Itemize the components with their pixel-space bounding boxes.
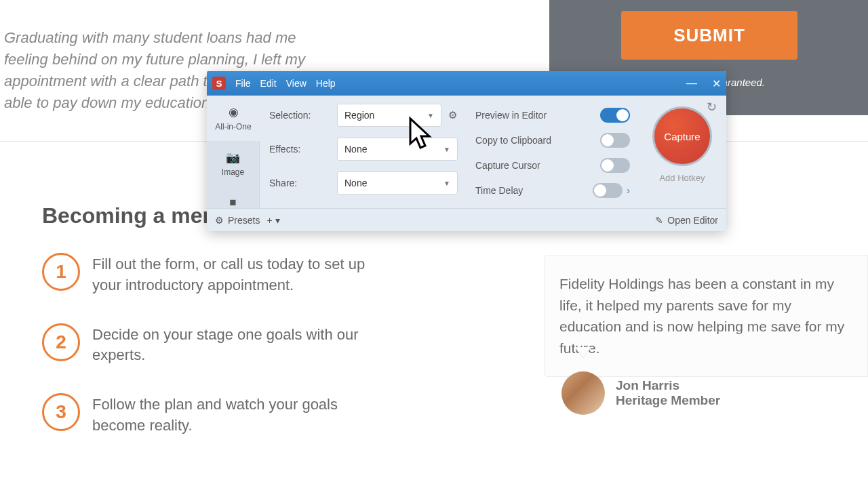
toggle-label: Capture Cursor xyxy=(475,160,540,171)
mode-image[interactable]: 📷 Image xyxy=(207,141,260,186)
gear-icon[interactable]: ⚙ xyxy=(448,109,463,121)
capture-button[interactable]: Capture xyxy=(652,106,712,166)
effects-label: Effects: xyxy=(269,144,330,155)
presets-button[interactable]: ⚙ Presets xyxy=(215,215,260,226)
toggle-label: Copy to Clipboard xyxy=(475,135,551,146)
toggle-time-delay: Time Delay › xyxy=(475,178,638,203)
snagit-window: S File Edit View Help — ✕ ◉ All-in-One 📷… xyxy=(207,71,726,231)
step-item: 1 Fill out the form, or call us today to… xyxy=(42,253,395,296)
toggle-preview-editor: Preview in Editor xyxy=(475,102,638,127)
toggle-label: Time Delay xyxy=(475,185,523,196)
submit-button[interactable]: SUBMIT xyxy=(621,11,797,60)
toggle-switch[interactable] xyxy=(600,133,630,148)
step-number-3: 3 xyxy=(42,393,80,431)
step-number-2: 2 xyxy=(42,323,80,361)
selection-label: Selection: xyxy=(269,110,330,121)
video-icon: ■ xyxy=(229,196,236,209)
dropdown-value: None xyxy=(344,178,367,188)
mode-label: Image xyxy=(222,167,244,177)
chevron-down-icon: ▼ xyxy=(427,112,434,119)
author-name: Jon Harris xyxy=(616,378,720,393)
chevron-down-icon: ▼ xyxy=(443,146,450,153)
share-label: Share: xyxy=(269,178,330,188)
section-heading: Becoming a mem xyxy=(42,203,222,228)
effects-dropdown[interactable]: None ▼ xyxy=(337,138,458,161)
open-editor-button[interactable]: ✎ Open Editor xyxy=(655,215,718,226)
dropdown-value: None xyxy=(344,144,367,155)
target-icon: ◉ xyxy=(229,105,239,119)
gear-icon: ⚙ xyxy=(215,215,224,226)
menu-view[interactable]: View xyxy=(286,78,307,89)
dropdown-value: Region xyxy=(344,110,374,121)
close-icon[interactable]: ✕ xyxy=(712,77,721,90)
mode-all-in-one[interactable]: ◉ All-in-One xyxy=(207,96,260,141)
selection-row: Selection: Region ▼ ⚙ xyxy=(269,104,463,127)
mode-label: All-in-One xyxy=(215,122,251,131)
refresh-icon[interactable]: ↻ xyxy=(707,100,717,115)
toggle-label: Preview in Editor xyxy=(475,110,547,121)
toggle-switch[interactable] xyxy=(593,183,623,198)
step-item: 3 Follow the plan and watch your goals b… xyxy=(42,393,395,436)
menu-help[interactable]: Help xyxy=(316,78,336,89)
testimonial-card: Fidelity Holdings has been a constant in… xyxy=(544,255,868,377)
step-text: Follow the plan and watch your goals bec… xyxy=(92,393,395,436)
open-editor-label: Open Editor xyxy=(667,215,718,226)
guaranteed-text: aranteed. xyxy=(722,77,765,88)
effects-row: Effects: None ▼ xyxy=(269,138,463,161)
testimonial-author: Jon Harris Heritage Member xyxy=(561,371,720,415)
share-dropdown[interactable]: None ▼ xyxy=(337,171,458,195)
step-item: 2 Decide on your stage one goals with ou… xyxy=(42,323,395,367)
author-role: Heritage Member xyxy=(616,393,720,408)
toggle-capture-cursor: Capture Cursor xyxy=(475,152,638,178)
speech-bubble-pointer xyxy=(575,348,591,359)
chevron-down-icon: ▼ xyxy=(443,180,450,187)
menu-file[interactable]: File xyxy=(235,78,251,89)
testimonial-quote: Fidelity Holdings has been a constant in… xyxy=(559,273,851,359)
selection-dropdown[interactable]: Region ▼ xyxy=(337,104,441,127)
footer-bar: ⚙ Presets + ▾ ✎ Open Editor xyxy=(207,208,726,231)
titlebar[interactable]: S File Edit View Help — ✕ xyxy=(207,71,726,96)
share-row: Share: None ▼ xyxy=(269,171,463,195)
app-icon: S xyxy=(212,77,226,90)
step-number-1: 1 xyxy=(42,253,80,291)
toggle-switch[interactable] xyxy=(600,158,630,173)
edit-icon: ✎ xyxy=(655,215,663,226)
add-hotkey-link[interactable]: Add Hotkey xyxy=(659,173,705,183)
avatar xyxy=(561,371,605,415)
menu-edit[interactable]: Edit xyxy=(260,78,277,89)
chevron-right-icon[interactable]: › xyxy=(627,185,630,196)
step-text: Fill out the form, or call us today to s… xyxy=(92,253,395,296)
toggle-copy-clipboard: Copy to Clipboard xyxy=(475,127,638,152)
toggle-switch[interactable] xyxy=(600,108,630,123)
step-text: Decide on your stage one goals with our … xyxy=(92,323,395,367)
add-preset-button[interactable]: + ▾ xyxy=(267,215,279,226)
presets-label: Presets xyxy=(228,215,260,226)
camera-icon: 📷 xyxy=(226,150,240,165)
window-controls: — ✕ xyxy=(686,77,721,90)
minimize-icon[interactable]: — xyxy=(686,77,697,89)
steps-list: 1 Fill out the form, or call us today to… xyxy=(42,253,395,464)
